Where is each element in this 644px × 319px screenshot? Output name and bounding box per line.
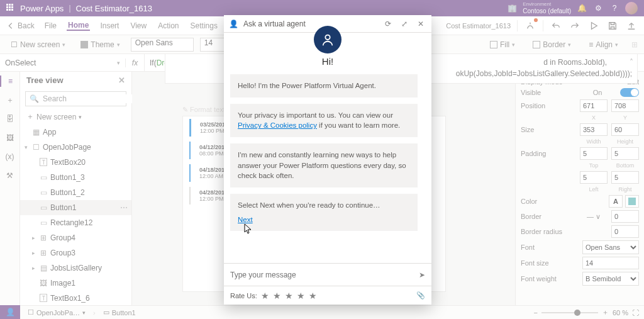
star-icon[interactable]: ★	[261, 291, 269, 301]
pad-bottom-input[interactable]	[611, 147, 639, 160]
tree-node[interactable]: ▸⊞Group4	[20, 230, 131, 245]
height-input[interactable]	[611, 123, 639, 136]
font-color-button[interactable]: A	[609, 195, 623, 208]
zoom-slider[interactable]	[541, 312, 598, 313]
back-button[interactable]: Back	[6, 21, 35, 30]
star-icon[interactable]: ★	[309, 291, 317, 301]
border-width-input[interactable]	[611, 210, 639, 223]
expand-icon[interactable]: ▸	[30, 250, 36, 256]
tree-node[interactable]: ▭Button1⋯	[20, 200, 131, 215]
rail-insert-icon[interactable]: ＋	[4, 94, 16, 106]
pos-x-input[interactable]	[580, 99, 608, 112]
star-icon[interactable]: ★	[285, 291, 293, 301]
tab-file[interactable]: File	[43, 21, 58, 30]
new-screen-dropdown[interactable]: ☐ New screen ▾	[6, 38, 70, 51]
rail-variables-icon[interactable]: (x)	[4, 151, 16, 162]
font-family-select[interactable]: Open Sans	[131, 38, 194, 52]
tree-node[interactable]: ▭Button1_3	[20, 170, 131, 185]
tab-insert[interactable]: Insert	[99, 21, 120, 30]
align-dropdown[interactable]: ≡ Align ▾	[584, 38, 623, 51]
rail-advanced-icon[interactable]: ⚒	[4, 170, 16, 181]
border-style-select[interactable]: — ∨	[580, 210, 608, 223]
tree-node[interactable]: 🖼Image1	[20, 276, 131, 291]
zoom-in-icon[interactable]: ＋	[602, 308, 609, 317]
search-input[interactable]	[43, 94, 137, 103]
tree-new-screen[interactable]: ＋ New screen ▾	[20, 109, 131, 125]
expand-icon[interactable]: ▸	[30, 265, 36, 271]
tree-node[interactable]: ▸▤JobsListGallery	[20, 260, 131, 276]
tree-node[interactable]: 🅃TextBox1_6	[20, 291, 131, 305]
font-select[interactable]: Open Sans	[582, 240, 639, 254]
breadcrumb-control[interactable]: ▭ Button1	[101, 308, 138, 316]
tab-view[interactable]: View	[129, 21, 148, 30]
tab-action[interactable]: Action	[157, 21, 180, 30]
tree-node[interactable]: ▦App	[20, 125, 131, 140]
border-radius-input[interactable]	[611, 225, 639, 238]
border-dropdown[interactable]: Border ▾	[528, 38, 575, 51]
star-icon[interactable]: ★	[273, 291, 281, 301]
virtual-agent-launcher[interactable]: 👤	[0, 305, 20, 319]
help-icon[interactable]: ?	[609, 3, 620, 14]
play-icon[interactable]	[587, 20, 600, 32]
group-icon[interactable]: ⊞	[631, 40, 638, 49]
send-icon[interactable]: ➤	[419, 271, 425, 279]
fit-icon[interactable]: ⛶	[632, 309, 639, 316]
font-size-input[interactable]	[582, 257, 639, 269]
property-select[interactable]: OnSelect▾	[0, 59, 126, 67]
next-link[interactable]: Next	[238, 215, 253, 225]
visible-toggle[interactable]	[620, 88, 639, 97]
rail-tree-icon[interactable]: ≡	[0, 76, 19, 87]
rail-media-icon[interactable]: 🖼	[4, 132, 16, 143]
privacy-link[interactable]: Privacy & Cookies policy	[238, 121, 317, 129]
pad-left-input[interactable]	[580, 171, 608, 184]
agent-input[interactable]	[230, 271, 414, 279]
undo-icon[interactable]	[550, 20, 562, 32]
font-weight-select[interactable]: B Semibold	[582, 272, 639, 286]
prop-border-label: Border	[521, 213, 577, 220]
app-checker-icon[interactable]	[524, 20, 536, 32]
theme-dropdown[interactable]: Theme ▾	[76, 38, 124, 51]
prop-font-size-label: Font size	[521, 259, 577, 267]
tree-node[interactable]: ▾☐OpenJobPage	[20, 140, 131, 155]
refresh-icon[interactable]: ⟳	[382, 18, 394, 30]
collapse-formula-icon[interactable]: ˄	[630, 57, 633, 68]
rail-data-icon[interactable]: 🗄	[4, 113, 16, 125]
redo-icon[interactable]	[569, 20, 581, 32]
tree-node[interactable]: ▸⊞Group3	[20, 245, 131, 260]
expand-icon[interactable]: ▸	[30, 235, 36, 241]
star-icon[interactable]: ★	[297, 291, 305, 301]
publish-icon[interactable]	[625, 20, 638, 32]
tree-node[interactable]: ▭Rectangle12	[20, 215, 131, 230]
fill-dropdown[interactable]: Fill ▾	[486, 38, 519, 51]
width-input[interactable]	[580, 123, 608, 136]
close-icon[interactable]: ✕	[415, 18, 426, 30]
avatar[interactable]	[625, 2, 638, 14]
node-label: Rectangle12	[50, 218, 92, 227]
tab-settings[interactable]: Settings	[189, 21, 219, 30]
button-icon: ▭	[39, 203, 48, 212]
tree-node[interactable]: ▭Button1_2	[20, 185, 131, 200]
cursor-icon	[244, 223, 253, 235]
breadcrumb-screen[interactable]: ☐ OpenJobPa… ▾	[25, 308, 88, 316]
pos-y-input[interactable]	[611, 99, 639, 112]
more-icon[interactable]: ⋯	[120, 203, 128, 212]
pad-top-input[interactable]	[580, 147, 608, 160]
text-icon: 🅃	[39, 294, 48, 303]
fill-color-button[interactable]	[625, 195, 639, 208]
close-icon[interactable]: ✕	[118, 76, 125, 85]
environment-picker[interactable]: Environment Contoso (default)	[523, 2, 571, 14]
expand-icon[interactable]: ▾	[23, 144, 29, 150]
tree-search[interactable]: 🔍	[25, 91, 126, 106]
pad-right-input[interactable]	[611, 171, 639, 184]
status-bar: ☐ OpenJobPa… ▾ › ▭ Button1 − ＋ 60 % ⛶	[20, 305, 644, 319]
notifications-icon[interactable]: 🔔	[576, 3, 587, 14]
tree-node[interactable]: 🅃TextBox20	[20, 155, 131, 170]
minimize-icon[interactable]: ⤢	[399, 18, 410, 30]
feedback-icon[interactable]: 📎	[416, 291, 425, 299]
app-launcher-icon[interactable]	[6, 4, 15, 13]
tab-home[interactable]: Home	[67, 21, 90, 31]
prop-size-label: Size	[521, 126, 577, 133]
save-icon[interactable]	[606, 20, 619, 32]
zoom-out-icon[interactable]: −	[533, 309, 537, 316]
settings-icon[interactable]: ⚙	[592, 3, 604, 14]
